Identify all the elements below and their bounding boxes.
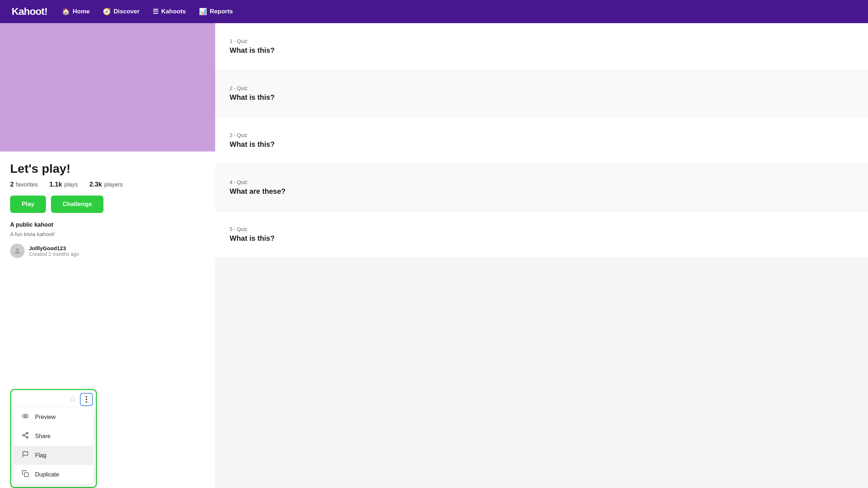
svg-rect-9 xyxy=(25,473,29,477)
nav-reports[interactable]: 📊 Reports xyxy=(199,8,233,16)
question-type: 2 - Quiz xyxy=(230,85,854,91)
svg-point-0 xyxy=(16,248,19,251)
question-type: 1 - Quiz xyxy=(230,38,854,44)
main-layout: Let's play! 2 favorites 1.1k plays 2.3k … xyxy=(0,23,868,488)
question-item: 4 - Quiz What are these? xyxy=(215,164,868,211)
question-text: What is this? xyxy=(230,93,854,102)
creator-row: JolllyGood123 Created 2 months ago xyxy=(10,244,205,258)
bar-chart-icon: 📊 xyxy=(199,8,207,16)
question-text: What are these? xyxy=(230,187,854,196)
kahoot-type: A public kahoot xyxy=(10,222,205,228)
creator-info: JolllyGood123 Created 2 months ago xyxy=(29,245,79,257)
kahoot-info: Let's play! 2 favorites 1.1k plays 2.3k … xyxy=(0,151,215,382)
question-type: 5 - Quiz xyxy=(230,226,854,232)
context-menu-card: ☆ Preview xyxy=(10,389,97,488)
svg-point-1 xyxy=(22,414,29,418)
kahoot-description: A fun trivia kahoot! xyxy=(10,231,205,237)
flag-icon xyxy=(21,451,29,460)
nav-kahoots[interactable]: ☰ Kahoots xyxy=(153,8,186,16)
svg-point-2 xyxy=(25,415,26,417)
questions-panel: 1 - Quiz What is this? 2 - Quiz What is … xyxy=(215,23,868,488)
home-icon: 🏠 xyxy=(62,8,70,16)
question-item: 1 - Quiz What is this? xyxy=(215,23,868,70)
nav-home[interactable]: 🏠 Home xyxy=(62,8,90,16)
svg-point-4 xyxy=(23,435,25,436)
question-text: What is this? xyxy=(230,140,854,149)
eye-icon xyxy=(21,412,29,421)
dot1 xyxy=(86,396,87,398)
stat-plays: 1.1k plays xyxy=(49,181,77,188)
challenge-button[interactable]: Challenge xyxy=(51,196,103,213)
context-card-wrapper: ☆ Preview xyxy=(10,389,205,488)
more-options-button[interactable] xyxy=(80,393,93,406)
star-button[interactable]: ☆ xyxy=(68,393,78,406)
play-button[interactable]: Play xyxy=(10,196,46,213)
question-type: 3 - Quiz xyxy=(230,132,854,138)
stats-row: 2 favorites 1.1k plays 2.3k players xyxy=(10,181,205,188)
list-icon: ☰ xyxy=(153,8,158,16)
flag-menu-item[interactable]: Flag xyxy=(14,446,93,465)
question-item: 3 - Quiz What is this? xyxy=(215,117,868,164)
creator-name: JolllyGood123 xyxy=(29,245,79,251)
logo: Kahoot! xyxy=(12,6,47,17)
question-text: What is this? xyxy=(230,234,854,243)
creator-date: Created 2 months ago xyxy=(29,251,79,257)
preview-menu-item[interactable]: Preview xyxy=(14,407,93,427)
share-menu-item[interactable]: Share xyxy=(14,427,93,446)
dot3 xyxy=(86,401,87,403)
svg-line-7 xyxy=(24,433,26,435)
nav-discover[interactable]: 🧭 Discover xyxy=(103,8,140,16)
navbar: Kahoot! 🏠 Home 🧭 Discover ☰ Kahoots 📊 Re… xyxy=(0,0,868,23)
question-item: 2 - Quiz What is this? xyxy=(215,70,868,117)
lets-play-title: Let's play! xyxy=(10,162,205,176)
duplicate-icon xyxy=(21,470,29,479)
svg-line-6 xyxy=(24,436,26,437)
nav-items: 🏠 Home 🧭 Discover ☰ Kahoots 📊 Reports xyxy=(62,8,233,16)
duplicate-menu-item[interactable]: Duplicate xyxy=(14,465,93,484)
action-buttons: Play Challenge xyxy=(10,196,205,213)
dot2 xyxy=(86,399,87,400)
stat-favorites: 2 favorites xyxy=(10,181,38,188)
svg-point-5 xyxy=(26,436,28,438)
question-type: 4 - Quiz xyxy=(230,179,854,185)
left-panel: Let's play! 2 favorites 1.1k plays 2.3k … xyxy=(0,23,215,488)
compass-icon: 🧭 xyxy=(103,8,111,16)
stat-players: 2.3k players xyxy=(89,181,123,188)
context-menu: Preview Share Flag xyxy=(14,407,93,484)
avatar xyxy=(10,244,25,258)
kahoot-thumbnail xyxy=(0,23,215,151)
question-item: 5 - Quiz What is this? xyxy=(215,211,868,258)
card-top-actions: ☆ xyxy=(14,393,93,406)
question-text: What is this? xyxy=(230,46,854,55)
share-icon xyxy=(21,432,29,441)
svg-point-3 xyxy=(26,432,28,434)
